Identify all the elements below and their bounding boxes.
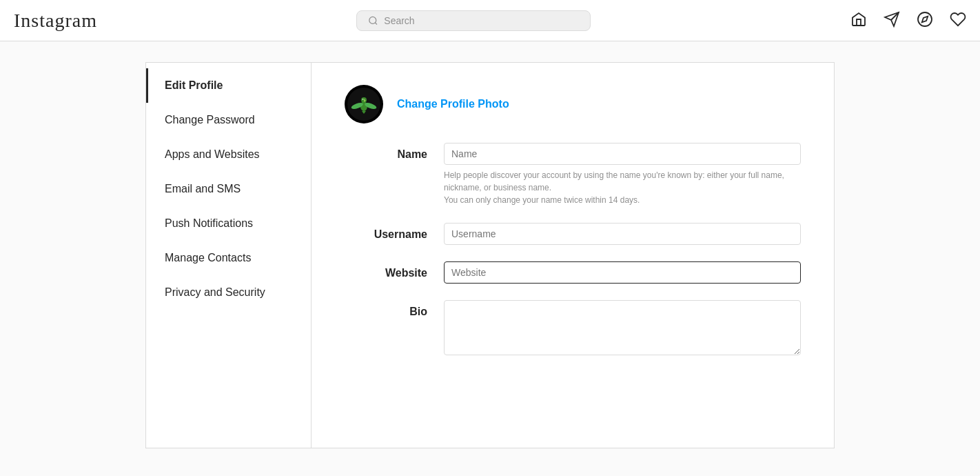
name-label: Name (345, 143, 427, 161)
send-icon[interactable] (884, 11, 900, 30)
name-help-text: Help people discover your account by usi… (444, 169, 801, 206)
change-profile-photo-link[interactable]: Change Profile Photo (397, 98, 509, 110)
svg-point-12 (363, 99, 364, 100)
bio-label: Bio (345, 300, 427, 318)
heart-icon[interactable] (950, 11, 966, 30)
instagram-logo: Instagram (14, 10, 97, 32)
name-field-row: Name Help people discover your account b… (345, 143, 801, 206)
sidebar-item-edit-profile[interactable]: Edit Profile (146, 68, 311, 103)
name-input[interactable] (444, 143, 801, 165)
sidebar-item-push-notifications[interactable]: Push Notifications (146, 206, 311, 241)
home-icon[interactable] (850, 11, 867, 30)
sidebar-item-change-password[interactable]: Change Password (146, 103, 311, 137)
username-input[interactable] (444, 223, 801, 245)
website-field-group (444, 261, 801, 284)
main-container: Edit Profile Change Password Apps and We… (145, 62, 835, 448)
search-icon (368, 15, 378, 26)
search-bar[interactable] (356, 10, 591, 31)
sidebar: Edit Profile Change Password Apps and We… (146, 63, 312, 448)
sidebar-item-privacy-security[interactable]: Privacy and Security (146, 275, 311, 310)
username-field-row: Username (345, 223, 801, 245)
edit-profile-content: Change Profile Photo Name Help people di… (312, 63, 834, 448)
eagle-avatar-icon (347, 88, 380, 121)
website-input[interactable] (444, 261, 801, 284)
sidebar-item-apps-websites[interactable]: Apps and Websites (146, 137, 311, 172)
website-label: Website (345, 261, 427, 279)
header-nav (850, 11, 966, 30)
bio-field-row: Bio (345, 300, 801, 358)
svg-line-1 (376, 22, 378, 24)
name-field-group: Help people discover your account by usi… (444, 143, 801, 206)
svg-marker-5 (922, 16, 928, 21)
svg-point-0 (369, 17, 376, 23)
username-label: Username (345, 223, 427, 241)
sidebar-item-manage-contacts[interactable]: Manage Contacts (146, 241, 311, 275)
svg-point-4 (918, 12, 932, 26)
bio-textarea[interactable] (444, 300, 801, 355)
bio-field-group (444, 300, 801, 358)
header: Instagram (0, 0, 980, 41)
search-input[interactable] (384, 15, 579, 26)
compass-icon[interactable] (917, 11, 933, 30)
website-field-row: Website (345, 261, 801, 284)
sidebar-item-email-sms[interactable]: Email and SMS (146, 172, 311, 206)
avatar[interactable] (345, 85, 383, 123)
username-field-group (444, 223, 801, 245)
profile-header-row: Change Profile Photo (345, 85, 801, 123)
